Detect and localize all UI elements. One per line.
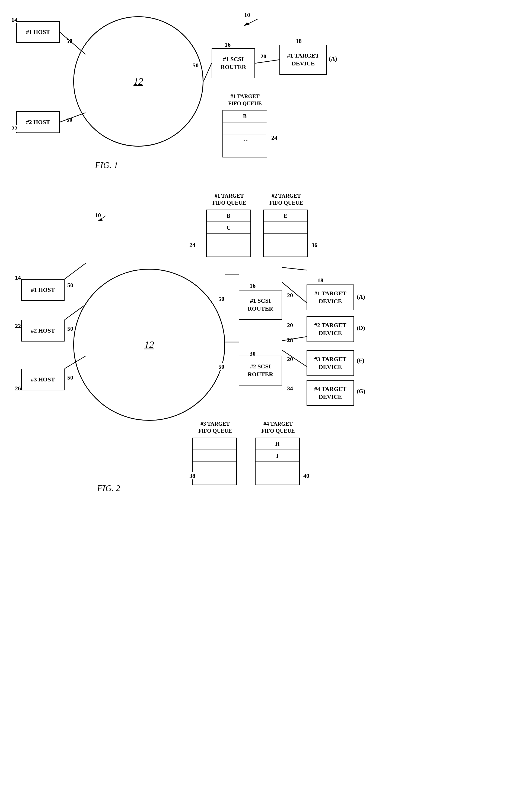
ref-40-fig2: 40 bbox=[303, 472, 309, 479]
scsi-router-box-fig1: #1 SCSIROUTER bbox=[212, 48, 255, 78]
ref-50a-fig1: 50 bbox=[66, 37, 72, 44]
ref-20c-fig2: 20 bbox=[287, 355, 293, 363]
host1-box-fig2: #1 HOST bbox=[21, 279, 64, 301]
ref-26-fig2: 26 bbox=[15, 385, 21, 392]
fifo2-queue-fig2: E bbox=[263, 209, 308, 257]
svg-line-13 bbox=[282, 268, 307, 270]
host2-label-fig1: #2 HOST bbox=[26, 118, 50, 126]
ref-50c-fig2: 50 bbox=[67, 374, 73, 381]
ref-22-fig2: 22 bbox=[15, 323, 21, 330]
ref-36-fig2: 36 bbox=[311, 242, 318, 249]
ref-24-fig2: 24 bbox=[189, 242, 195, 249]
circle-12-fig2: 12 bbox=[73, 269, 225, 421]
target2-label-fig2: #2 TARGETDEVICE bbox=[314, 322, 346, 337]
fifo-row2-fig1 bbox=[223, 123, 267, 134]
ref-38-fig2: 38 bbox=[189, 472, 195, 479]
fifo2-row1-fig2: E bbox=[264, 210, 307, 222]
ref-50c-fig1: 50 bbox=[193, 62, 198, 69]
host1-label-fig1: #1 HOST bbox=[26, 28, 50, 36]
ref-10-fig2: 10 bbox=[95, 212, 101, 219]
scsi-router-label-fig1: #1 SCSIROUTER bbox=[221, 55, 246, 71]
target1-box-fig2: #1 TARGETDEVICE bbox=[307, 285, 354, 310]
host1-label-fig2: #1 HOST bbox=[31, 286, 55, 294]
host3-label-fig2: #3 HOST bbox=[31, 376, 55, 384]
fig1-label: FIG. 1 bbox=[95, 160, 118, 170]
fifo-queue-fig1: B · · bbox=[223, 110, 267, 158]
target2-box-fig2: #2 TARGETDEVICE bbox=[307, 316, 354, 342]
fifo3-row3-fig2 bbox=[193, 462, 236, 474]
ref-20a-fig2: 20 bbox=[287, 292, 293, 299]
fifo4-queue-fig2: H I bbox=[255, 438, 300, 485]
svg-line-3 bbox=[255, 60, 280, 63]
fifo4-title-fig2: #4 TARGETFIFO QUEUE bbox=[255, 420, 301, 434]
fifo4-row2-fig2: I bbox=[255, 450, 299, 462]
svg-line-4 bbox=[244, 19, 258, 26]
svg-line-15 bbox=[282, 336, 307, 341]
circle-label-fig2: 12 bbox=[144, 339, 154, 350]
paren-f-fig2: (F) bbox=[357, 357, 364, 364]
host2-box-fig1: #2 HOST bbox=[16, 111, 60, 133]
svg-line-1 bbox=[60, 113, 86, 122]
target-device-box-fig1: #1 TARGETDEVICE bbox=[280, 45, 327, 75]
ref-24-fig1: 24 bbox=[271, 134, 277, 142]
target-device-label-fig1: #1 TARGETDEVICE bbox=[287, 52, 319, 67]
target3-label-fig2: #3 TARGETDEVICE bbox=[314, 355, 346, 371]
fifo4-row1-fig2: H bbox=[255, 438, 299, 450]
paren-a-fig1: (A) bbox=[329, 55, 337, 62]
fifo-row1-fig1: B bbox=[223, 110, 267, 123]
ref-14-fig1: 14 bbox=[12, 16, 17, 23]
ref-50b-fig1: 50 bbox=[66, 116, 72, 123]
target1-label-fig2: #1 TARGETDEVICE bbox=[314, 290, 346, 305]
svg-line-8 bbox=[64, 263, 86, 279]
fifo2-title-fig2: #2 TARGETFIFO QUEUE bbox=[263, 192, 309, 206]
target3-box-fig2: #3 TARGETDEVICE bbox=[307, 350, 354, 376]
target4-box-fig2: #4 TARGETDEVICE bbox=[307, 380, 354, 406]
paren-g-fig2: (G) bbox=[357, 388, 365, 395]
ref-28-fig2: 28 bbox=[287, 336, 293, 344]
svg-line-16 bbox=[282, 350, 307, 366]
ref-50e-fig2: 50 bbox=[218, 363, 224, 370]
scsi2-router-label-fig2: #2 SCSIROUTER bbox=[248, 363, 273, 378]
fifo2-row2-fig2 bbox=[264, 222, 307, 234]
fifo3-queue-fig2 bbox=[192, 438, 237, 485]
circle-label-fig1: 12 bbox=[133, 76, 143, 87]
fifo1-queue-fig2: B C bbox=[206, 209, 251, 257]
ref-34-fig2: 34 bbox=[287, 385, 293, 392]
paren-a-fig2: (A) bbox=[357, 293, 365, 300]
fifo-title-fig1: #1 TARGETFIFO QUEUE bbox=[222, 93, 268, 107]
fifo4-row3-fig2 bbox=[255, 462, 299, 474]
fifo-row3-fig1: · · bbox=[223, 134, 267, 146]
fifo1-row2-fig2: C bbox=[207, 222, 250, 234]
host2-box-fig2: #2 HOST bbox=[21, 320, 64, 342]
ref-18-fig1: 18 bbox=[296, 37, 302, 44]
ref-30-fig2: 30 bbox=[250, 350, 255, 357]
ref-20b-fig2: 20 bbox=[287, 322, 293, 329]
ref-10-fig1: 10 bbox=[244, 12, 250, 18]
ref-14-fig2: 14 bbox=[15, 274, 21, 281]
fifo2-row3-fig2 bbox=[264, 234, 307, 246]
ref-20-fig1: 20 bbox=[261, 53, 266, 60]
paren-d-fig2: (D) bbox=[357, 325, 365, 331]
ref-50d-fig2: 50 bbox=[218, 295, 224, 303]
scsi1-router-label-fig2: #1 SCSIROUTER bbox=[248, 297, 273, 312]
ref-50a-fig2: 50 bbox=[67, 282, 73, 289]
ref-22-fig1: 22 bbox=[12, 125, 17, 132]
circle-12-fig1: 12 bbox=[73, 16, 204, 147]
svg-line-2 bbox=[204, 63, 212, 81]
host1-box-fig1: #1 HOST bbox=[16, 21, 60, 43]
fifo1-title-fig2: #1 TARGETFIFO QUEUE bbox=[206, 192, 252, 206]
scsi1-router-box-fig2: #1 SCSIROUTER bbox=[239, 290, 282, 320]
host3-box-fig2: #3 HOST bbox=[21, 369, 64, 390]
fifo3-row1-fig2 bbox=[193, 438, 236, 450]
ref-18-fig2: 18 bbox=[318, 277, 323, 284]
host2-label-fig2: #2 HOST bbox=[31, 327, 55, 335]
target4-label-fig2: #4 TARGETDEVICE bbox=[314, 385, 346, 401]
fifo1-row1-fig2: B bbox=[207, 210, 250, 222]
scsi2-router-box-fig2: #2 SCSIROUTER bbox=[239, 355, 282, 385]
fifo3-title-fig2: #3 TARGETFIFO QUEUE bbox=[192, 420, 238, 434]
fifo3-row2-fig2 bbox=[193, 450, 236, 462]
ref-16-fig1: 16 bbox=[225, 41, 231, 48]
ref-16-fig2: 16 bbox=[250, 282, 255, 289]
fifo1-row3-fig2 bbox=[207, 234, 250, 246]
fig2-label: FIG. 2 bbox=[97, 483, 120, 493]
